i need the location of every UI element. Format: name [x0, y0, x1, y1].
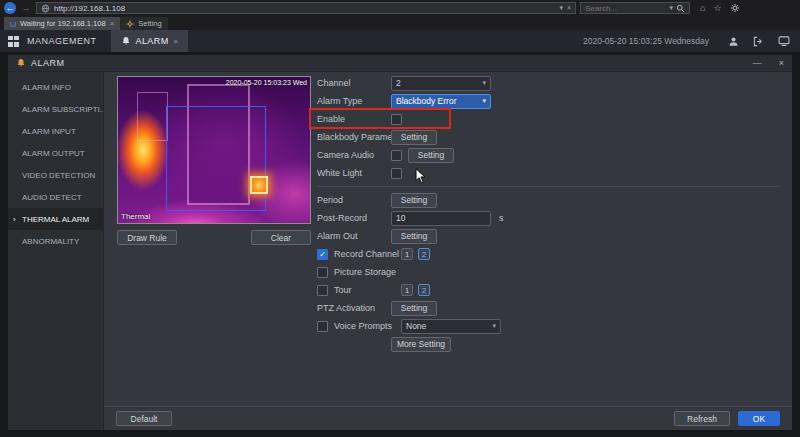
browser-tab-label: Setting: [138, 19, 161, 28]
favicon-gear-icon: [126, 20, 134, 28]
apps-grid-icon[interactable]: [8, 36, 19, 47]
period-label: Period: [317, 195, 391, 205]
user-icon[interactable]: [728, 36, 739, 47]
form-row-record-channel: Record Channel 1 2: [317, 245, 780, 263]
blackbody-parameter-label: Blackbody Parameter: [317, 132, 391, 142]
voice-prompts-label: Voice Prompts: [334, 321, 391, 331]
chevron-down-icon[interactable]: [559, 3, 563, 13]
browser-tab-loading[interactable]: Waiting for 192.168.1.108: [4, 17, 120, 30]
sidebar-item-alarm-subscription[interactable]: ALARM SUBSCRIPTI...: [8, 98, 103, 120]
alarm-panel-header: ALARM: [8, 55, 792, 72]
form-row-post-record: Post-Record s: [317, 209, 780, 227]
sidebar-item-abnormality[interactable]: ABNORMALITY: [8, 230, 103, 252]
tour-2-button[interactable]: 2: [418, 284, 430, 296]
forward-icon[interactable]: [20, 3, 32, 13]
enable-checkbox[interactable]: [391, 114, 402, 125]
form-row-enable: Enable: [317, 110, 780, 128]
sidebar-item-thermal-alarm[interactable]: THERMAL ALARM: [8, 208, 103, 230]
record-channel-checkbox[interactable]: [317, 249, 328, 260]
form-row-channel: Channel 2: [317, 74, 780, 92]
sidebar-item-alarm-info[interactable]: ALARM INFO: [8, 76, 103, 98]
bell-icon: [16, 58, 26, 68]
form-row-alarm-type: Alarm Type Blackbody Error: [317, 92, 780, 110]
sidebar-item-audio-detect[interactable]: AUDIO DETECT: [8, 186, 103, 208]
record-channel-1-button[interactable]: 1: [401, 248, 413, 260]
thermal-image: 2020-05-20 15:03:23 Wed Thermal: [118, 77, 310, 223]
picture-storage-label: Picture Storage: [334, 267, 396, 277]
post-record-input[interactable]: [391, 211, 491, 226]
browser-action-icons: [694, 2, 746, 14]
address-bar[interactable]: http://192.168.1.108: [36, 2, 576, 14]
logout-icon[interactable]: [753, 36, 764, 47]
form-row-picture-storage: Picture Storage: [317, 263, 780, 281]
voice-prompts-select[interactable]: None: [401, 319, 501, 334]
chevron-down-icon: [492, 322, 496, 330]
tour-1-button[interactable]: 1: [401, 284, 413, 296]
browser-tab-setting[interactable]: Setting: [120, 17, 167, 30]
app-header: MANAGEMENT ALARM 2020-05-20 15:03:25 Wed…: [0, 30, 800, 52]
camera-audio-checkbox[interactable]: [391, 150, 402, 161]
alarm-out-setting-button[interactable]: Setting: [391, 229, 437, 244]
management-menu[interactable]: MANAGEMENT: [27, 36, 97, 46]
white-light-checkbox[interactable]: [391, 168, 402, 179]
ok-button[interactable]: OK: [738, 411, 780, 426]
post-record-label: Post-Record: [317, 213, 391, 223]
form-row-tour: Tour 1 2: [317, 281, 780, 299]
record-channel-2-button[interactable]: 2: [418, 248, 430, 260]
rule-region-rectangle[interactable]: [166, 106, 266, 211]
refresh-button[interactable]: Refresh: [674, 411, 730, 426]
home-icon[interactable]: [700, 2, 705, 14]
sidebar-item-video-detection[interactable]: VIDEO DETECTION: [8, 164, 103, 186]
tour-checkbox[interactable]: [317, 285, 328, 296]
favorites-icon[interactable]: [713, 2, 721, 14]
alarm-panel: ALARM ALARM INFO ALARM SUBSCRIPTI... ALA…: [8, 55, 792, 430]
ptz-activation-label: PTZ Activation: [317, 303, 391, 313]
globe-icon: [41, 4, 50, 13]
form-divider: [317, 186, 780, 187]
default-button[interactable]: Default: [116, 411, 172, 426]
thermal-alarm-content: 2020-05-20 15:03:23 Wed Thermal Draw Rul…: [105, 72, 792, 406]
chevron-down-icon[interactable]: [669, 3, 673, 13]
picture-storage-checkbox[interactable]: [317, 267, 328, 278]
form-row-more-setting: More Setting: [317, 335, 780, 353]
thermal-window-outline: [137, 92, 168, 142]
alarm-type-select[interactable]: Blackbody Error: [391, 94, 491, 109]
tab-alarm-label: ALARM: [136, 36, 169, 46]
search-input[interactable]: [585, 4, 666, 13]
voice-prompts-checkbox[interactable]: [317, 321, 328, 332]
ptz-setting-button[interactable]: Setting: [391, 301, 437, 316]
close-icon[interactable]: [110, 19, 115, 28]
search-box[interactable]: [580, 2, 690, 14]
bell-icon: [121, 36, 131, 46]
tab-alarm[interactable]: ALARM: [111, 30, 189, 52]
screen: http://192.168.1.108: [0, 0, 800, 437]
thermal-video-preview[interactable]: 2020-05-20 15:03:23 Wed Thermal: [117, 76, 311, 224]
form-row-blackbody-parameter: Blackbody Parameter Setting: [317, 128, 780, 146]
more-setting-button[interactable]: More Setting: [391, 337, 451, 352]
channel-select[interactable]: 2: [391, 76, 491, 91]
period-setting-button[interactable]: Setting: [391, 193, 437, 208]
gear-icon[interactable]: [730, 3, 740, 13]
panel-footer: Default Refresh OK: [104, 406, 792, 430]
form-row-ptz-activation: PTZ Activation Setting: [317, 299, 780, 317]
channel-label: Channel: [317, 78, 391, 88]
camera-audio-setting-button[interactable]: Setting: [408, 148, 454, 163]
draw-rule-button[interactable]: Draw Rule: [117, 230, 177, 245]
blackbody-hotspot: [250, 176, 267, 194]
enable-label: Enable: [317, 114, 391, 124]
close-icon[interactable]: [779, 58, 784, 68]
alarm-type-label: Alarm Type: [317, 96, 391, 106]
sidebar-item-alarm-input[interactable]: ALARM INPUT: [8, 120, 103, 142]
blackbody-setting-button[interactable]: Setting: [391, 130, 437, 145]
search-icon[interactable]: [676, 4, 685, 13]
sidebar-item-alarm-output[interactable]: ALARM OUTPUT: [8, 142, 103, 164]
monitor-icon[interactable]: [778, 35, 790, 47]
clear-button[interactable]: Clear: [251, 230, 311, 245]
close-icon[interactable]: [174, 37, 179, 46]
back-icon[interactable]: [4, 2, 16, 14]
thermal-alarm-form: Channel 2 Alarm Type Blackbody Error Ena…: [317, 74, 780, 353]
form-row-period: Period Setting: [317, 191, 780, 209]
minimize-icon[interactable]: [753, 58, 762, 68]
osd-stream-label: Thermal: [121, 212, 150, 221]
stop-icon[interactable]: [567, 3, 571, 13]
